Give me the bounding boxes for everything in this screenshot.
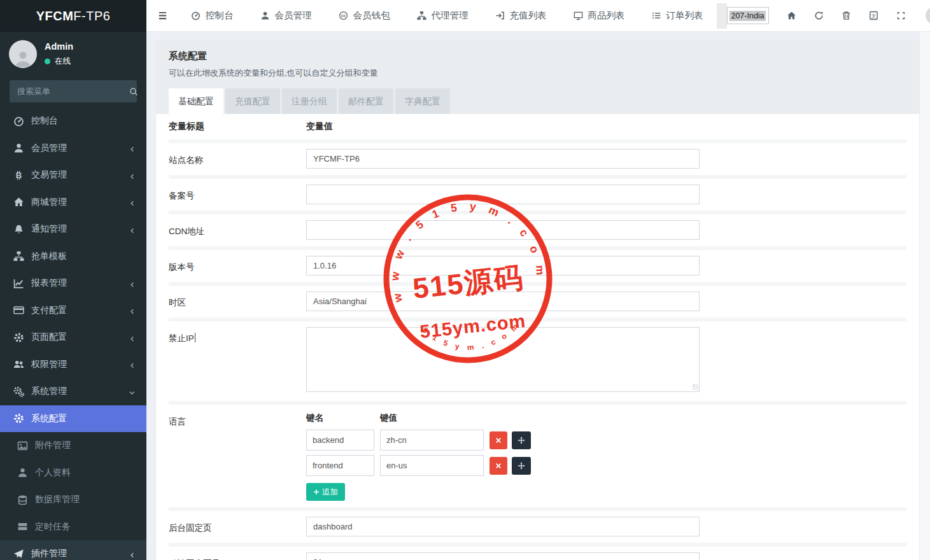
nav-item[interactable]: 会员管理: [247, 0, 325, 32]
sidebar-item[interactable]: 数据库管理: [0, 486, 146, 514]
field-input[interactable]: [306, 517, 700, 536]
field-value: [306, 327, 906, 395]
field-label: 时区: [169, 291, 306, 311]
config-row: 备案号: [169, 179, 906, 214]
field-input[interactable]: [306, 185, 700, 204]
sidebar-item[interactable]: 系统配置: [0, 405, 146, 433]
sidebar-item-label: 个人资料: [35, 467, 71, 479]
sidebar-item[interactable]: 通知管理: [0, 216, 146, 243]
sidebar-item-label: 抢单模板: [31, 251, 67, 262]
chevron-left-icon: [129, 307, 136, 314]
sidebar: YFCMF-TP6 Admin 在线 控制台会员管理B交易管理商城管理通知管理抢…: [0, 0, 146, 560]
kv-headers: 键名键值: [306, 412, 906, 424]
field-textarea[interactable]: [306, 327, 700, 392]
sidebar-item[interactable]: 附件管理: [0, 432, 146, 459]
field-input[interactable]: [306, 256, 700, 276]
sidebar-item-label: 页面配置: [31, 332, 67, 343]
append-row-button[interactable]: 追加: [306, 483, 345, 501]
tab-inactive[interactable]: 字典配置: [395, 88, 450, 114]
field-label: 版本号: [169, 256, 306, 276]
sidebar-item[interactable]: 控制台: [0, 108, 146, 135]
field-label: 后台固定页: [169, 517, 306, 536]
sidebar-item-label: 通知管理: [31, 223, 67, 235]
kv-value-input[interactable]: [380, 455, 484, 476]
sidebar-item[interactable]: 个人资料: [0, 459, 146, 487]
nav-item[interactable]: cc会员钱包: [325, 0, 404, 32]
move-row-button[interactable]: [512, 457, 531, 475]
sidebar-item[interactable]: 页面配置: [0, 324, 146, 351]
search-icon[interactable]: [129, 87, 138, 96]
user-icon: [260, 11, 270, 20]
config-card: 系统配置 可以在此增改系统的变量和分组,也可以自定义分组和变量 基础配置充值配置…: [156, 39, 919, 560]
field-input[interactable]: [306, 220, 700, 240]
sidebar-item[interactable]: B交易管理: [0, 162, 146, 189]
svg-text:文: 文: [871, 13, 876, 19]
sidebar-item[interactable]: 抢单模板: [0, 243, 146, 270]
kv-value-input[interactable]: [380, 430, 484, 451]
database-icon: [17, 494, 28, 505]
cc-icon: cc: [339, 11, 348, 20]
trash-icon[interactable]: [842, 11, 851, 20]
sidebar-item[interactable]: 商城管理: [0, 189, 146, 216]
app-logo-bold: YFCM: [36, 9, 74, 24]
page-tab-strip: [717, 3, 727, 29]
tab-inactive[interactable]: 注册分组: [282, 88, 337, 114]
config-row: 后台固定页: [169, 511, 906, 547]
kv-row: [306, 430, 906, 451]
field-input[interactable]: [306, 149, 700, 169]
chevron-left-icon: [129, 172, 136, 179]
tab-inactive[interactable]: 充值配置: [225, 88, 280, 114]
sidebar-item[interactable]: 支付配置: [0, 297, 146, 325]
cogs-icon: [13, 386, 24, 397]
gear-icon: [13, 332, 24, 343]
field-value: [306, 149, 906, 169]
profile-status-label: 在线: [55, 56, 71, 67]
person-icon: [17, 467, 28, 478]
chevron-left-icon: [129, 550, 136, 557]
list-icon: [652, 11, 661, 20]
kv-key-input[interactable]: [306, 455, 374, 476]
sidebar-item[interactable]: 插件管理: [0, 540, 146, 560]
delete-row-button[interactable]: [490, 457, 507, 475]
move-row-button[interactable]: [512, 431, 531, 449]
page-tab-input[interactable]: 207-India: [727, 7, 769, 24]
resize-handle[interactable]: [693, 384, 698, 390]
svg-text:cc: cc: [341, 13, 346, 18]
kv-key-header: 键名: [306, 412, 380, 424]
field-input[interactable]: [306, 291, 700, 311]
tab-active[interactable]: 基础配置: [169, 88, 223, 114]
chevron-left-icon: [129, 334, 136, 341]
nav-item[interactable]: 充值列表: [482, 0, 560, 32]
sidebar-item[interactable]: 定时任务: [0, 514, 146, 541]
nav-item[interactable]: 订单列表: [638, 0, 717, 32]
sidebar-item[interactable]: 权限管理: [0, 351, 146, 379]
field-input[interactable]: [306, 552, 700, 560]
nav-item[interactable]: 控制台: [178, 0, 247, 32]
hamburger-menu-icon[interactable]: [157, 11, 168, 20]
sidebar-item[interactable]: 会员管理: [0, 135, 146, 162]
chevron-left-icon: [129, 144, 136, 151]
topbar: 控制台会员管理cc会员钱包代理管理充值列表商品列表订单列表 207-India …: [146, 0, 930, 32]
profile-status: 在线: [45, 56, 73, 67]
nav-item-label: 商品列表: [588, 10, 625, 22]
field-label: 备案号: [169, 185, 306, 204]
scrollbar-track[interactable]: [919, 32, 930, 560]
sidebar-item[interactable]: 系统管理: [0, 378, 146, 405]
sidebar-item[interactable]: 报表管理: [0, 270, 146, 297]
nav-item[interactable]: 代理管理: [404, 0, 482, 32]
topbar-avatar[interactable]: [926, 7, 930, 24]
page-subtitle: 可以在此增改系统的变量和分组,也可以自定义分组和变量: [169, 67, 906, 79]
refresh-icon[interactable]: [814, 11, 824, 20]
tab-inactive[interactable]: 邮件配置: [339, 88, 393, 114]
col-variable-value: 变量值: [306, 121, 333, 132]
language-icon[interactable]: 文: [869, 11, 878, 20]
fullscreen-icon[interactable]: [896, 11, 906, 20]
field-value: [306, 256, 906, 276]
menu-search-input[interactable]: [17, 87, 129, 96]
nav-item[interactable]: 商品列表: [560, 0, 638, 32]
config-row: 时区: [169, 286, 906, 321]
home-icon[interactable]: [787, 11, 796, 20]
sitemap-icon: [417, 11, 426, 20]
delete-row-button[interactable]: [490, 431, 507, 449]
kv-key-input[interactable]: [306, 430, 374, 451]
